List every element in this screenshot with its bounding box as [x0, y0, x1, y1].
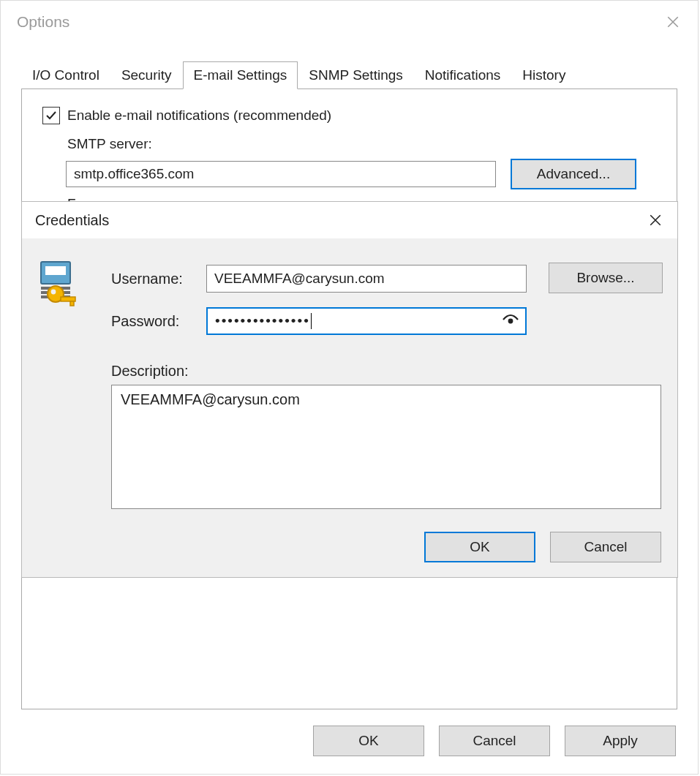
tab-email-settings[interactable]: E-mail Settings [183, 61, 298, 89]
password-input[interactable]: ••••••••••••••• [206, 307, 527, 335]
credentials-buttons: OK Cancel [424, 532, 661, 562]
smtp-server-field-wrap: smtp.office365.com [66, 161, 496, 187]
browse-button[interactable]: Browse... [549, 263, 663, 293]
description-textarea[interactable]: VEEAMMFA@carysun.com [111, 385, 661, 509]
options-cancel-button[interactable]: Cancel [439, 726, 550, 756]
tab-notifications[interactable]: Notifications [414, 61, 512, 89]
username-label: Username: [111, 271, 206, 287]
svg-rect-7 [61, 297, 75, 301]
tab-snmp-settings[interactable]: SNMP Settings [298, 61, 413, 89]
options-buttons: OK Cancel Apply [313, 726, 676, 756]
smtp-server-label: SMTP server: [67, 136, 152, 152]
credentials-titlebar: Credentials [22, 202, 677, 238]
options-close-icon[interactable] [658, 12, 688, 31]
username-input[interactable]: VEEAMMFA@carysun.com [206, 265, 527, 293]
description-label: Description: [111, 363, 189, 380]
reveal-password-icon[interactable] [502, 312, 519, 330]
tab-security[interactable]: Security [110, 61, 183, 89]
enable-email-label: Enable e-mail notifications (recommended… [67, 108, 331, 124]
password-row: Password: ••••••••••••••• [111, 307, 527, 335]
svg-point-6 [51, 290, 56, 295]
password-label: Password: [111, 313, 206, 330]
credentials-ok-button[interactable]: OK [424, 532, 535, 562]
password-masked-value: ••••••••••••••• [215, 313, 310, 329]
username-row: Username: VEEAMMFA@carysun.com [111, 265, 527, 293]
tab-history[interactable]: History [511, 61, 576, 89]
enable-email-row: Enable e-mail notifications (recommended… [42, 107, 331, 124]
credentials-cancel-button[interactable]: Cancel [550, 532, 661, 562]
enable-email-checkbox[interactable] [42, 107, 60, 124]
svg-rect-1 [45, 266, 66, 275]
advanced-button[interactable]: Advanced... [511, 159, 636, 189]
credentials-key-icon [37, 260, 83, 312]
credentials-title: Credentials [35, 212, 109, 229]
password-field-wrap: ••••••••••••••• [206, 307, 527, 335]
options-title: Options [17, 13, 69, 31]
smtp-server-input[interactable]: smtp.office365.com [66, 161, 496, 187]
options-titlebar: Options [1, 1, 698, 43]
tab-io-control[interactable]: I/O Control [21, 61, 110, 89]
options-apply-button[interactable]: Apply [565, 726, 676, 756]
svg-point-9 [508, 319, 513, 324]
options-ok-button[interactable]: OK [313, 726, 424, 756]
credentials-close-icon[interactable] [642, 209, 669, 232]
tabstrip: I/O Control Security E-mail Settings SNM… [21, 59, 677, 88]
credentials-body: Username: VEEAMMFA@carysun.com Browse...… [22, 238, 677, 577]
svg-rect-8 [70, 301, 74, 306]
text-cursor [311, 313, 312, 329]
credentials-dialog: Credentials Username: [21, 201, 678, 578]
